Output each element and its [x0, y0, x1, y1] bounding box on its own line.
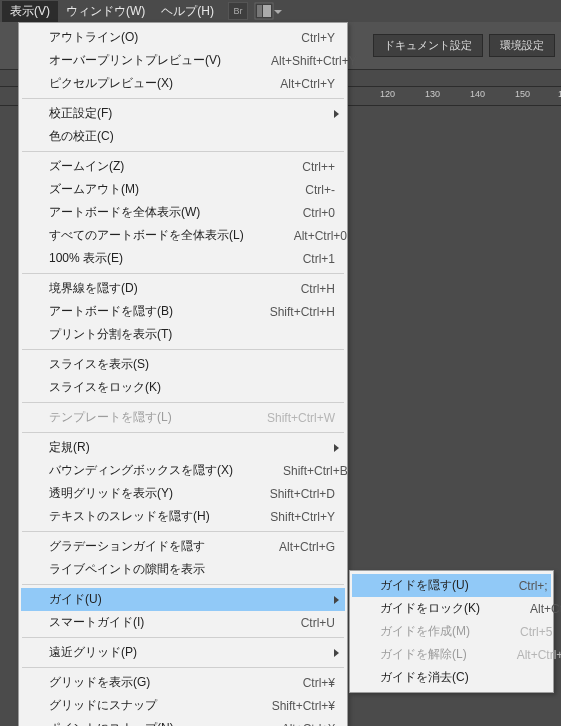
menubar-window[interactable]: ウィンドウ(W): [58, 1, 153, 22]
chevron-right-icon: [334, 649, 339, 657]
menu-separator: [22, 432, 344, 433]
menu-separator: [22, 584, 344, 585]
menu-fit-all[interactable]: すべてのアートボードを全体表示(L)Alt+Ctrl+0: [21, 224, 345, 247]
menu-separator: [22, 98, 344, 99]
submenu-hide-guides[interactable]: ガイドを隠す(U)Ctrl+;: [352, 574, 551, 597]
menu-show-lp-gaps[interactable]: ライブペイントの隙間を表示: [21, 558, 345, 581]
menu-perspective-grid[interactable]: 遠近グリッド(P): [21, 641, 345, 664]
menu-separator: [22, 151, 344, 152]
submenu-lock-guides[interactable]: ガイドをロック(K)Alt+Ctrl+;: [352, 597, 551, 620]
submenu-release-guides: ガイドを解除(L)Alt+Ctrl+5: [352, 643, 551, 666]
menu-snap-grid[interactable]: グリッドにスナップShift+Ctrl+¥: [21, 694, 345, 717]
menu-overprint[interactable]: オーバープリントプレビュー(V)Alt+Shift+Ctrl+Y: [21, 49, 345, 72]
menu-hide-text-threads[interactable]: テキストのスレッドを隠す(H)Shift+Ctrl+Y: [21, 505, 345, 528]
menu-lock-slices[interactable]: スライスをロック(K): [21, 376, 345, 399]
menu-hide-edges[interactable]: 境界線を隠す(D)Ctrl+H: [21, 277, 345, 300]
chevron-right-icon: [334, 596, 339, 604]
ruler-tick: 150: [515, 89, 530, 99]
view-menu: アウトライン(O)Ctrl+Y オーバープリントプレビュー(V)Alt+Shif…: [18, 22, 348, 726]
chevron-right-icon: [334, 444, 339, 452]
menu-snap-point[interactable]: ポイントにスナップ(N)Alt+Ctrl+¥: [21, 717, 345, 726]
menu-proof-colors[interactable]: 色の校正(C): [21, 125, 345, 148]
menu-guides[interactable]: ガイド(U): [21, 588, 345, 611]
menu-hide-grad-annotator[interactable]: グラデーションガイドを隠すAlt+Ctrl+G: [21, 535, 345, 558]
menubar: 表示(V) ウィンドウ(W) ヘルプ(H) Br: [0, 0, 561, 22]
menu-separator: [22, 637, 344, 638]
menu-separator: [22, 667, 344, 668]
menubar-help[interactable]: ヘルプ(H): [153, 1, 222, 22]
submenu-make-guides: ガイドを作成(M)Ctrl+5: [352, 620, 551, 643]
ruler-tick: 120: [380, 89, 395, 99]
ruler-tick: 140: [470, 89, 485, 99]
menu-fit-artboard[interactable]: アートボードを全体表示(W)Ctrl+0: [21, 201, 345, 224]
workspace-switcher[interactable]: [254, 2, 282, 20]
ruler-tick: 130: [425, 89, 440, 99]
svg-rect-1: [257, 5, 262, 17]
submenu-clear-guides[interactable]: ガイドを消去(C): [352, 666, 551, 689]
menu-show-trans-grid[interactable]: 透明グリッドを表示(Y)Shift+Ctrl+D: [21, 482, 345, 505]
menu-hide-template: テンプレートを隠す(L)Shift+Ctrl+W: [21, 406, 345, 429]
chevron-right-icon: [334, 110, 339, 118]
guides-submenu: ガイドを隠す(U)Ctrl+; ガイドをロック(K)Alt+Ctrl+; ガイド…: [349, 570, 554, 693]
menu-zoom-out[interactable]: ズームアウト(M)Ctrl+-: [21, 178, 345, 201]
menu-pixel-preview[interactable]: ピクセルプレビュー(X)Alt+Ctrl+Y: [21, 72, 345, 95]
env-settings-button[interactable]: 環境設定: [489, 34, 555, 57]
menu-smart-guides[interactable]: スマートガイド(I)Ctrl+U: [21, 611, 345, 634]
menu-proof-setup[interactable]: 校正設定(F): [21, 102, 345, 125]
menu-rulers[interactable]: 定規(R): [21, 436, 345, 459]
menu-show-grid[interactable]: グリッドを表示(G)Ctrl+¥: [21, 671, 345, 694]
menu-hide-artboards[interactable]: アートボードを隠す(B)Shift+Ctrl+H: [21, 300, 345, 323]
bridge-icon[interactable]: Br: [228, 2, 248, 20]
svg-rect-2: [263, 5, 271, 17]
menu-separator: [22, 273, 344, 274]
menu-show-print-tiling[interactable]: プリント分割を表示(T): [21, 323, 345, 346]
menubar-view[interactable]: 表示(V): [2, 1, 58, 22]
menu-separator: [22, 531, 344, 532]
menu-separator: [22, 402, 344, 403]
menu-outline[interactable]: アウトライン(O)Ctrl+Y: [21, 26, 345, 49]
menu-actual-size[interactable]: 100% 表示(E)Ctrl+1: [21, 247, 345, 270]
menu-zoom-in[interactable]: ズームイン(Z)Ctrl++: [21, 155, 345, 178]
menu-hide-bbox[interactable]: バウンディングボックスを隠す(X)Shift+Ctrl+B: [21, 459, 345, 482]
menu-separator: [22, 349, 344, 350]
menu-show-slices[interactable]: スライスを表示(S): [21, 353, 345, 376]
doc-settings-button[interactable]: ドキュメント設定: [373, 34, 483, 57]
